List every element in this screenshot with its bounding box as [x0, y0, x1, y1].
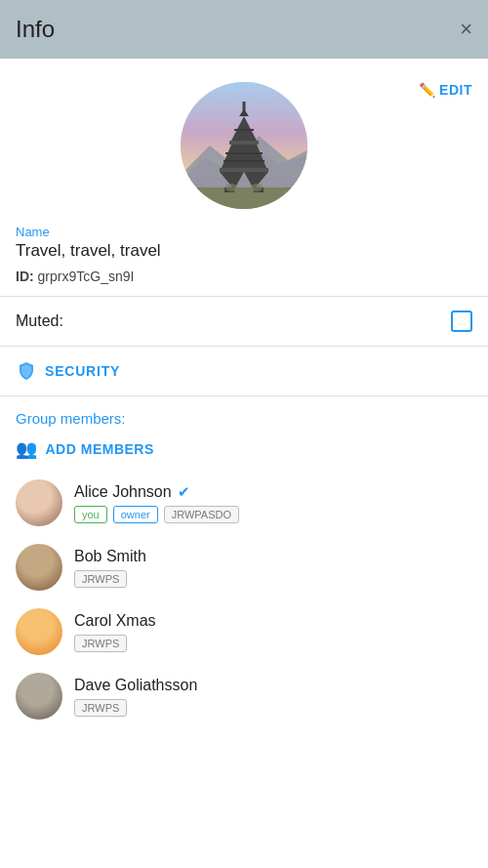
group-avatar: [181, 82, 307, 209]
list-item: Alice Johnson✔youownerJRWPASDO: [16, 474, 472, 538]
list-item: Bob SmithJRWPS: [16, 538, 472, 602]
verified-icon: ✔: [178, 483, 190, 501]
list-item: Dave GoliathssonJRWPS: [16, 667, 472, 731]
profile-section: ✏️ EDIT: [0, 59, 488, 209]
svg-rect-3: [181, 187, 307, 209]
members-list: Alice Johnson✔youownerJRWPASDOBob SmithJ…: [16, 474, 472, 731]
svg-rect-12: [220, 168, 268, 172]
header: Info ×: [0, 0, 488, 59]
svg-point-18: [251, 184, 263, 191]
avatar: [16, 479, 62, 526]
members-section: Group members: 👥 ADD MEMBERS Alice Johns…: [0, 396, 488, 739]
member-badge: you: [74, 506, 107, 523]
member-name: Carol Xmas: [74, 612, 156, 630]
close-button[interactable]: ×: [460, 19, 472, 40]
member-name: Alice Johnson: [74, 483, 172, 501]
add-members-icon: 👥: [16, 438, 38, 460]
add-members-button[interactable]: 👥 ADD MEMBERS: [16, 438, 472, 460]
svg-rect-10: [225, 152, 263, 154]
muted-row: Muted:: [0, 297, 488, 346]
group-id: ID: grprx9TcG_sn9I: [16, 269, 472, 284]
name-label: Name: [16, 225, 472, 239]
member-badge: JRWPS: [74, 699, 127, 717]
member-info: Alice Johnson✔youownerJRWPASDO: [74, 483, 239, 523]
member-badge: JRWPS: [74, 635, 127, 652]
shield-icon: [16, 360, 37, 382]
edit-label: EDIT: [439, 82, 472, 98]
list-item: Carol XmasJRWPS: [16, 602, 472, 667]
avatar: [16, 673, 62, 720]
member-info: Bob SmithJRWPS: [74, 548, 146, 588]
member-info: Dave GoliathssonJRWPS: [74, 677, 197, 717]
member-name: Dave Goliathsson: [74, 677, 197, 694]
avatar: [16, 608, 62, 655]
member-badge: owner: [113, 506, 158, 523]
avatar: [16, 544, 62, 591]
id-label: ID:: [16, 269, 34, 284]
security-row[interactable]: SECURITY: [0, 347, 488, 395]
member-badge: JRWPS: [74, 570, 127, 588]
svg-rect-11: [224, 160, 264, 162]
group-name: Travel, travel, travel: [16, 241, 472, 261]
pencil-icon: ✏️: [419, 82, 436, 98]
svg-point-17: [225, 184, 237, 191]
muted-checkbox[interactable]: [451, 310, 472, 332]
edit-button[interactable]: ✏️ EDIT: [419, 82, 472, 98]
member-badge: JRWPASDO: [164, 506, 239, 523]
add-members-label: ADD MEMBERS: [46, 441, 154, 457]
name-section: Name Travel, travel, travel ID: grprx9Tc…: [0, 209, 488, 296]
svg-rect-8: [229, 141, 259, 145]
svg-rect-7: [234, 129, 254, 131]
member-name: Bob Smith: [74, 548, 146, 565]
id-value: grprx9TcG_sn9I: [38, 269, 135, 284]
security-label: SECURITY: [45, 363, 120, 379]
members-title: Group members:: [16, 410, 472, 427]
muted-label: Muted:: [16, 312, 63, 330]
member-info: Carol XmasJRWPS: [74, 612, 156, 652]
header-title: Info: [16, 16, 55, 43]
